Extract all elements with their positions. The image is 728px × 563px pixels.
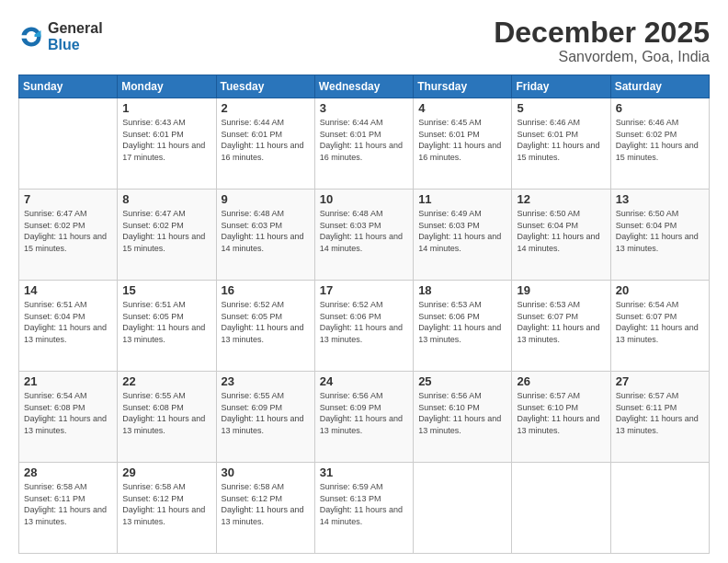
- weekday-header-wednesday: Wednesday: [314, 75, 413, 98]
- cell-info: Sunrise: 6:56 AMSunset: 6:10 PMDaylight:…: [418, 390, 506, 436]
- cell-info: Sunrise: 6:48 AMSunset: 6:03 PMDaylight:…: [320, 208, 408, 254]
- calendar-cell-5-3: 30Sunrise: 6:58 AMSunset: 6:12 PMDayligh…: [216, 463, 314, 554]
- week-row-5: 28Sunrise: 6:58 AMSunset: 6:11 PMDayligh…: [19, 463, 710, 554]
- calendar-cell-4-2: 22Sunrise: 6:55 AMSunset: 6:08 PMDayligh…: [118, 372, 216, 463]
- cell-info: Sunrise: 6:55 AMSunset: 6:09 PMDaylight:…: [222, 390, 310, 436]
- weekday-header-thursday: Thursday: [414, 75, 512, 98]
- cell-info: Sunrise: 6:53 AMSunset: 6:07 PMDaylight:…: [517, 299, 605, 345]
- logo-icon: [18, 24, 44, 50]
- day-number: 31: [320, 465, 408, 479]
- day-number: 4: [418, 101, 506, 115]
- month-title: December 2025: [494, 17, 710, 49]
- calendar-cell-5-5: [414, 463, 512, 554]
- cell-info: Sunrise: 6:52 AMSunset: 6:05 PMDaylight:…: [222, 299, 310, 345]
- cell-info: Sunrise: 6:45 AMSunset: 6:01 PMDaylight:…: [418, 117, 506, 163]
- day-number: 6: [616, 101, 704, 115]
- day-number: 28: [24, 465, 112, 479]
- calendar-cell-3-3: 16Sunrise: 6:52 AMSunset: 6:05 PMDayligh…: [216, 281, 314, 372]
- cell-info: Sunrise: 6:53 AMSunset: 6:06 PMDaylight:…: [418, 299, 506, 345]
- day-number: 17: [320, 283, 408, 297]
- day-number: 18: [418, 283, 506, 297]
- weekday-header-saturday: Saturday: [610, 75, 709, 98]
- calendar-cell-2-3: 9Sunrise: 6:48 AMSunset: 6:03 PMDaylight…: [216, 190, 314, 281]
- day-number: 12: [517, 192, 605, 206]
- cell-info: Sunrise: 6:51 AMSunset: 6:04 PMDaylight:…: [24, 299, 112, 345]
- day-number: 15: [122, 283, 210, 297]
- cell-info: Sunrise: 6:58 AMSunset: 6:12 PMDaylight:…: [122, 481, 210, 527]
- calendar-table: SundayMondayTuesdayWednesdayThursdayFrid…: [18, 75, 710, 554]
- day-number: 26: [517, 374, 605, 388]
- calendar-cell-5-2: 29Sunrise: 6:58 AMSunset: 6:12 PMDayligh…: [118, 463, 216, 554]
- calendar-cell-4-3: 23Sunrise: 6:55 AMSunset: 6:09 PMDayligh…: [216, 372, 314, 463]
- calendar-cell-2-5: 11Sunrise: 6:49 AMSunset: 6:03 PMDayligh…: [414, 190, 512, 281]
- cell-info: Sunrise: 6:48 AMSunset: 6:03 PMDaylight:…: [222, 208, 310, 254]
- weekday-header-monday: Monday: [118, 75, 216, 98]
- day-number: 9: [222, 192, 310, 206]
- cell-info: Sunrise: 6:57 AMSunset: 6:11 PMDaylight:…: [616, 390, 704, 436]
- calendar-cell-3-5: 18Sunrise: 6:53 AMSunset: 6:06 PMDayligh…: [414, 281, 512, 372]
- logo-blue-text: Blue: [48, 37, 103, 53]
- header: General Blue December 2025 Sanvordem, Go…: [18, 17, 710, 65]
- day-number: 14: [24, 283, 112, 297]
- cell-info: Sunrise: 6:50 AMSunset: 6:04 PMDaylight:…: [616, 208, 704, 254]
- cell-info: Sunrise: 6:52 AMSunset: 6:06 PMDaylight:…: [320, 299, 408, 345]
- calendar-cell-2-6: 12Sunrise: 6:50 AMSunset: 6:04 PMDayligh…: [512, 190, 610, 281]
- calendar-cell-4-5: 25Sunrise: 6:56 AMSunset: 6:10 PMDayligh…: [414, 372, 512, 463]
- day-number: 21: [24, 374, 112, 388]
- calendar-cell-2-2: 8Sunrise: 6:47 AMSunset: 6:02 PMDaylight…: [118, 190, 216, 281]
- day-number: 2: [222, 101, 310, 115]
- calendar-cell-5-1: 28Sunrise: 6:58 AMSunset: 6:11 PMDayligh…: [19, 463, 118, 554]
- calendar-cell-1-5: 4Sunrise: 6:45 AMSunset: 6:01 PMDaylight…: [414, 98, 512, 190]
- cell-info: Sunrise: 6:46 AMSunset: 6:02 PMDaylight:…: [616, 117, 704, 163]
- cell-info: Sunrise: 6:56 AMSunset: 6:09 PMDaylight:…: [320, 390, 408, 436]
- page: General Blue December 2025 Sanvordem, Go…: [0, 0, 728, 563]
- day-number: 22: [122, 374, 210, 388]
- day-number: 19: [517, 283, 605, 297]
- day-number: 10: [320, 192, 408, 206]
- calendar-cell-2-4: 10Sunrise: 6:48 AMSunset: 6:03 PMDayligh…: [314, 190, 413, 281]
- weekday-header-friday: Friday: [512, 75, 610, 98]
- cell-info: Sunrise: 6:55 AMSunset: 6:08 PMDaylight:…: [122, 390, 210, 436]
- week-row-2: 7Sunrise: 6:47 AMSunset: 6:02 PMDaylight…: [19, 190, 710, 281]
- calendar-cell-3-1: 14Sunrise: 6:51 AMSunset: 6:04 PMDayligh…: [19, 281, 118, 372]
- cell-info: Sunrise: 6:58 AMSunset: 6:12 PMDaylight:…: [222, 481, 310, 527]
- calendar-cell-2-7: 13Sunrise: 6:50 AMSunset: 6:04 PMDayligh…: [610, 190, 709, 281]
- calendar-cell-1-1: [19, 98, 118, 190]
- logo-text: General Blue: [48, 20, 103, 52]
- cell-info: Sunrise: 6:44 AMSunset: 6:01 PMDaylight:…: [320, 117, 408, 163]
- day-number: 23: [222, 374, 310, 388]
- calendar-cell-1-4: 3Sunrise: 6:44 AMSunset: 6:01 PMDaylight…: [314, 98, 413, 190]
- day-number: 24: [320, 374, 408, 388]
- cell-info: Sunrise: 6:54 AMSunset: 6:08 PMDaylight:…: [24, 390, 112, 436]
- calendar-cell-5-7: [610, 463, 709, 554]
- weekday-header-sunday: Sunday: [19, 75, 118, 98]
- day-number: 5: [517, 101, 605, 115]
- calendar-cell-1-2: 1Sunrise: 6:43 AMSunset: 6:01 PMDaylight…: [118, 98, 216, 190]
- day-number: 1: [122, 101, 210, 115]
- cell-info: Sunrise: 6:54 AMSunset: 6:07 PMDaylight:…: [616, 299, 704, 345]
- weekday-header-row: SundayMondayTuesdayWednesdayThursdayFrid…: [19, 75, 710, 98]
- cell-info: Sunrise: 6:50 AMSunset: 6:04 PMDaylight:…: [517, 208, 605, 254]
- cell-info: Sunrise: 6:59 AMSunset: 6:13 PMDaylight:…: [320, 481, 408, 527]
- day-number: 8: [122, 192, 210, 206]
- logo: General Blue: [18, 20, 103, 52]
- week-row-1: 1Sunrise: 6:43 AMSunset: 6:01 PMDaylight…: [19, 98, 710, 190]
- day-number: 27: [616, 374, 704, 388]
- cell-info: Sunrise: 6:46 AMSunset: 6:01 PMDaylight:…: [517, 117, 605, 163]
- day-number: 29: [122, 465, 210, 479]
- day-number: 16: [222, 283, 310, 297]
- calendar-cell-2-1: 7Sunrise: 6:47 AMSunset: 6:02 PMDaylight…: [19, 190, 118, 281]
- logo-general-text: General: [48, 20, 103, 37]
- cell-info: Sunrise: 6:47 AMSunset: 6:02 PMDaylight:…: [122, 208, 210, 254]
- calendar-cell-5-6: [512, 463, 610, 554]
- day-number: 13: [616, 192, 704, 206]
- day-number: 3: [320, 101, 408, 115]
- week-row-4: 21Sunrise: 6:54 AMSunset: 6:08 PMDayligh…: [19, 372, 710, 463]
- calendar-cell-5-4: 31Sunrise: 6:59 AMSunset: 6:13 PMDayligh…: [314, 463, 413, 554]
- calendar-cell-4-6: 26Sunrise: 6:57 AMSunset: 6:10 PMDayligh…: [512, 372, 610, 463]
- cell-info: Sunrise: 6:51 AMSunset: 6:05 PMDaylight:…: [122, 299, 210, 345]
- title-block: December 2025 Sanvordem, Goa, India: [494, 17, 710, 65]
- calendar-cell-1-3: 2Sunrise: 6:44 AMSunset: 6:01 PMDaylight…: [216, 98, 314, 190]
- day-number: 30: [222, 465, 310, 479]
- day-number: 25: [418, 374, 506, 388]
